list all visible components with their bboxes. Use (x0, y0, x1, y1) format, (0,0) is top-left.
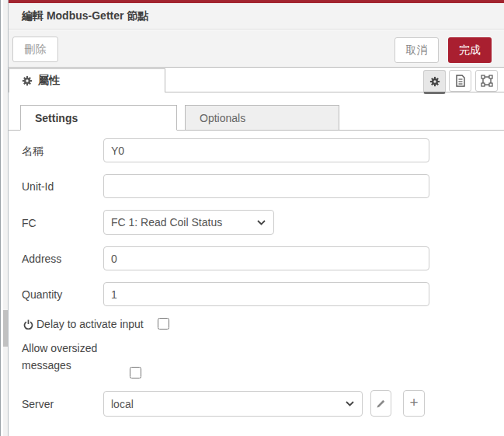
address-label: Address (22, 253, 61, 265)
server-label: Server (22, 398, 54, 410)
form-tabs: Settings Optionals (9, 105, 504, 131)
address-input[interactable] (103, 246, 429, 270)
tab-properties[interactable]: 屬性 (9, 68, 165, 92)
scrollbar-thumb[interactable] (3, 310, 8, 347)
edit-node-dialog: 編輯 Modbus-Getter 節點 刪除 取消 完成 屬性 (9, 0, 504, 436)
name-input[interactable] (103, 138, 429, 162)
dialog-toolbar: 刪除 取消 完成 (9, 30, 504, 68)
delete-button[interactable]: 刪除 (12, 37, 58, 62)
chevron-down-icon (346, 401, 354, 406)
server-select-value: local (111, 398, 134, 410)
gear-icon (429, 76, 440, 87)
server-select[interactable]: local (103, 391, 363, 417)
oversized-checkbox[interactable] (130, 367, 141, 378)
delay-checkbox[interactable] (158, 318, 169, 330)
delay-label-group: Delay to activate input (23, 318, 144, 330)
settings-form: 名稱 Unit-Id FC FC 1: Read Coil Status Add… (9, 131, 504, 436)
tab-properties-label: 屬性 (38, 74, 60, 88)
add-server-button[interactable]: + (403, 390, 425, 417)
done-button[interactable]: 完成 (448, 37, 492, 63)
dialog-header: 編輯 Modbus-Getter 節點 (9, 3, 504, 30)
plus-icon: + (409, 394, 418, 411)
delay-label: Delay to activate input (36, 318, 144, 330)
tab-optionals[interactable]: Optionals (185, 105, 339, 131)
pencil-icon (376, 399, 386, 409)
power-icon (23, 319, 33, 330)
oversized-label: Allow oversized messages (22, 340, 109, 374)
document-icon (455, 75, 466, 87)
edit-server-button[interactable] (370, 390, 391, 417)
tray-tab-bar: 屬性 (9, 68, 504, 92)
unit-id-input[interactable] (103, 174, 429, 198)
unit-id-label: Unit-Id (22, 180, 54, 193)
name-label: 名稱 (22, 145, 43, 159)
cancel-button[interactable]: 取消 (395, 37, 439, 63)
chevron-down-icon (257, 220, 266, 225)
properties-icon-button[interactable] (423, 70, 446, 94)
fc-label: FC (22, 217, 36, 229)
scrollbar-track (3, 0, 8, 436)
quantity-input[interactable] (103, 282, 429, 306)
fc-select[interactable]: FC 1: Read Coil Status (103, 210, 274, 235)
page-left-rail (0, 0, 9, 436)
description-icon-button[interactable] (449, 70, 471, 92)
gear-icon (22, 75, 33, 86)
appearance-icon (481, 75, 493, 87)
tab-settings[interactable]: Settings (20, 105, 177, 131)
quantity-label: Quantity (22, 288, 62, 301)
fc-select-value: FC 1: Read Coil Status (111, 216, 222, 228)
dialog-title: 編輯 Modbus-Getter 節點 (22, 9, 148, 23)
appearance-icon-button[interactable] (475, 70, 498, 92)
